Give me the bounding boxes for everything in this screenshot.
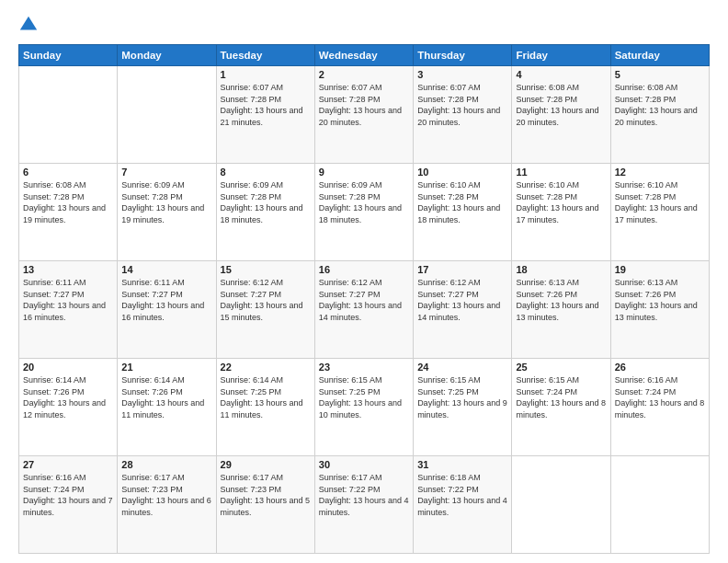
day-info: Sunrise: 6:17 AM Sunset: 7:22 PM Dayligh…	[319, 472, 409, 518]
day-number: 14	[121, 264, 211, 275]
day-info: Sunrise: 6:16 AM Sunset: 7:24 PM Dayligh…	[615, 374, 705, 420]
day-info: Sunrise: 6:13 AM Sunset: 7:26 PM Dayligh…	[615, 277, 705, 323]
day-number: 8	[221, 167, 311, 178]
day-info: Sunrise: 6:11 AM Sunset: 7:27 PM Dayligh…	[121, 277, 211, 323]
calendar-cell: 21Sunrise: 6:14 AM Sunset: 7:26 PM Dayli…	[118, 359, 216, 456]
day-number: 16	[319, 264, 409, 275]
day-info: Sunrise: 6:08 AM Sunset: 7:28 PM Dayligh…	[23, 179, 113, 225]
day-number: 10	[417, 167, 507, 178]
day-info: Sunrise: 6:08 AM Sunset: 7:28 PM Dayligh…	[516, 82, 606, 128]
calendar-cell	[610, 456, 709, 554]
calendar-table: SundayMondayTuesdayWednesdayThursdayFrid…	[18, 44, 710, 554]
day-number: 29	[221, 459, 311, 470]
calendar-cell: 3Sunrise: 6:07 AM Sunset: 7:28 PM Daylig…	[414, 66, 512, 164]
calendar-cell: 12Sunrise: 6:10 AM Sunset: 7:28 PM Dayli…	[610, 164, 709, 261]
day-number: 12	[615, 167, 705, 178]
calendar-cell	[118, 66, 216, 164]
day-info: Sunrise: 6:12 AM Sunset: 7:27 PM Dayligh…	[319, 277, 409, 323]
calendar-cell: 23Sunrise: 6:15 AM Sunset: 7:25 PM Dayli…	[314, 359, 413, 456]
day-number: 23	[319, 362, 409, 373]
calendar-cell: 16Sunrise: 6:12 AM Sunset: 7:27 PM Dayli…	[314, 261, 413, 359]
day-info: Sunrise: 6:16 AM Sunset: 7:24 PM Dayligh…	[23, 472, 113, 518]
day-info: Sunrise: 6:17 AM Sunset: 7:23 PM Dayligh…	[221, 472, 311, 518]
day-number: 18	[516, 264, 606, 275]
column-header-friday: Friday	[512, 45, 610, 66]
calendar-cell: 6Sunrise: 6:08 AM Sunset: 7:28 PM Daylig…	[19, 164, 118, 261]
column-header-thursday: Thursday	[414, 45, 512, 66]
day-info: Sunrise: 6:14 AM Sunset: 7:25 PM Dayligh…	[221, 374, 311, 420]
day-number: 22	[221, 362, 311, 373]
column-header-saturday: Saturday	[610, 45, 709, 66]
day-info: Sunrise: 6:17 AM Sunset: 7:23 PM Dayligh…	[121, 472, 211, 518]
day-info: Sunrise: 6:10 AM Sunset: 7:28 PM Dayligh…	[417, 179, 507, 225]
column-header-wednesday: Wednesday	[314, 45, 413, 66]
day-info: Sunrise: 6:14 AM Sunset: 7:26 PM Dayligh…	[23, 374, 113, 420]
day-info: Sunrise: 6:08 AM Sunset: 7:28 PM Dayligh…	[615, 82, 705, 128]
day-number: 13	[23, 264, 113, 275]
column-header-monday: Monday	[118, 45, 216, 66]
calendar-cell: 5Sunrise: 6:08 AM Sunset: 7:28 PM Daylig…	[610, 66, 709, 164]
calendar-cell: 17Sunrise: 6:12 AM Sunset: 7:27 PM Dayli…	[414, 261, 512, 359]
day-info: Sunrise: 6:07 AM Sunset: 7:28 PM Dayligh…	[319, 82, 409, 128]
day-number: 30	[319, 459, 409, 470]
day-info: Sunrise: 6:10 AM Sunset: 7:28 PM Dayligh…	[516, 179, 606, 225]
calendar-cell: 10Sunrise: 6:10 AM Sunset: 7:28 PM Dayli…	[414, 164, 512, 261]
day-number: 7	[121, 167, 211, 178]
calendar-cell: 14Sunrise: 6:11 AM Sunset: 7:27 PM Dayli…	[118, 261, 216, 359]
calendar-cell: 29Sunrise: 6:17 AM Sunset: 7:23 PM Dayli…	[216, 456, 314, 554]
day-number: 27	[23, 459, 113, 470]
day-number: 19	[615, 264, 705, 275]
calendar-cell: 1Sunrise: 6:07 AM Sunset: 7:28 PM Daylig…	[216, 66, 314, 164]
day-info: Sunrise: 6:09 AM Sunset: 7:28 PM Dayligh…	[221, 179, 311, 225]
calendar-cell: 13Sunrise: 6:11 AM Sunset: 7:27 PM Dayli…	[19, 261, 118, 359]
column-header-sunday: Sunday	[19, 45, 118, 66]
day-number: 28	[121, 459, 211, 470]
calendar-cell	[512, 456, 610, 554]
calendar-cell: 30Sunrise: 6:17 AM Sunset: 7:22 PM Dayli…	[314, 456, 413, 554]
day-number: 26	[615, 362, 705, 373]
day-info: Sunrise: 6:15 AM Sunset: 7:25 PM Dayligh…	[319, 374, 409, 420]
day-info: Sunrise: 6:09 AM Sunset: 7:28 PM Dayligh…	[121, 179, 211, 225]
calendar-cell: 20Sunrise: 6:14 AM Sunset: 7:26 PM Dayli…	[19, 359, 118, 456]
calendar-cell: 2Sunrise: 6:07 AM Sunset: 7:28 PM Daylig…	[314, 66, 413, 164]
day-number: 20	[23, 362, 113, 373]
day-info: Sunrise: 6:07 AM Sunset: 7:28 PM Dayligh…	[221, 82, 311, 128]
calendar-week-4: 20Sunrise: 6:14 AM Sunset: 7:26 PM Dayli…	[19, 359, 710, 456]
day-info: Sunrise: 6:11 AM Sunset: 7:27 PM Dayligh…	[23, 277, 113, 323]
day-info: Sunrise: 6:18 AM Sunset: 7:22 PM Dayligh…	[417, 472, 507, 518]
calendar-week-2: 6Sunrise: 6:08 AM Sunset: 7:28 PM Daylig…	[19, 164, 710, 261]
calendar-cell: 19Sunrise: 6:13 AM Sunset: 7:26 PM Dayli…	[610, 261, 709, 359]
day-number: 24	[417, 362, 507, 373]
day-number: 3	[417, 69, 507, 80]
calendar-cell: 18Sunrise: 6:13 AM Sunset: 7:26 PM Dayli…	[512, 261, 610, 359]
calendar-cell: 28Sunrise: 6:17 AM Sunset: 7:23 PM Dayli…	[118, 456, 216, 554]
calendar-cell: 31Sunrise: 6:18 AM Sunset: 7:22 PM Dayli…	[414, 456, 512, 554]
day-info: Sunrise: 6:07 AM Sunset: 7:28 PM Dayligh…	[417, 82, 507, 128]
calendar-cell: 9Sunrise: 6:09 AM Sunset: 7:28 PM Daylig…	[314, 164, 413, 261]
calendar-cell: 15Sunrise: 6:12 AM Sunset: 7:27 PM Dayli…	[216, 261, 314, 359]
column-header-tuesday: Tuesday	[216, 45, 314, 66]
calendar-cell: 24Sunrise: 6:15 AM Sunset: 7:25 PM Dayli…	[414, 359, 512, 456]
day-number: 15	[221, 264, 311, 275]
calendar-week-3: 13Sunrise: 6:11 AM Sunset: 7:27 PM Dayli…	[19, 261, 710, 359]
day-number: 4	[516, 69, 606, 80]
day-number: 21	[121, 362, 211, 373]
page: SundayMondayTuesdayWednesdayThursdayFrid…	[0, 0, 728, 563]
logo-icon	[18, 15, 39, 35]
day-number: 17	[417, 264, 507, 275]
day-number: 31	[417, 459, 507, 470]
calendar-week-1: 1Sunrise: 6:07 AM Sunset: 7:28 PM Daylig…	[19, 66, 710, 164]
calendar-week-5: 27Sunrise: 6:16 AM Sunset: 7:24 PM Dayli…	[19, 456, 710, 554]
calendar-cell: 27Sunrise: 6:16 AM Sunset: 7:24 PM Dayli…	[19, 456, 118, 554]
day-info: Sunrise: 6:14 AM Sunset: 7:26 PM Dayligh…	[121, 374, 211, 420]
day-info: Sunrise: 6:09 AM Sunset: 7:28 PM Dayligh…	[319, 179, 409, 225]
day-number: 6	[23, 167, 113, 178]
day-info: Sunrise: 6:10 AM Sunset: 7:28 PM Dayligh…	[615, 179, 705, 225]
day-number: 25	[516, 362, 606, 373]
calendar-cell: 25Sunrise: 6:15 AM Sunset: 7:24 PM Dayli…	[512, 359, 610, 456]
day-number: 2	[319, 69, 409, 80]
day-info: Sunrise: 6:12 AM Sunset: 7:27 PM Dayligh…	[417, 277, 507, 323]
calendar-cell: 26Sunrise: 6:16 AM Sunset: 7:24 PM Dayli…	[610, 359, 709, 456]
day-info: Sunrise: 6:13 AM Sunset: 7:26 PM Dayligh…	[516, 277, 606, 323]
day-info: Sunrise: 6:12 AM Sunset: 7:27 PM Dayligh…	[221, 277, 311, 323]
